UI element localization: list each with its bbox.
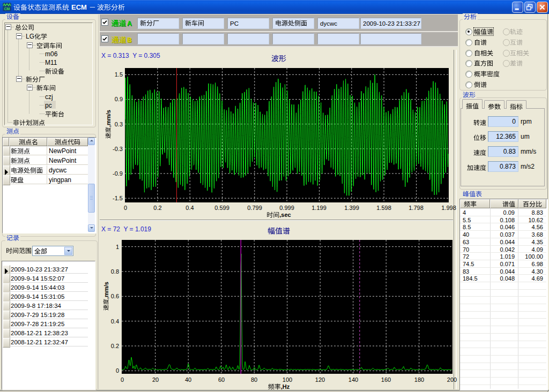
svg-text:CM: CM <box>4 7 10 11</box>
